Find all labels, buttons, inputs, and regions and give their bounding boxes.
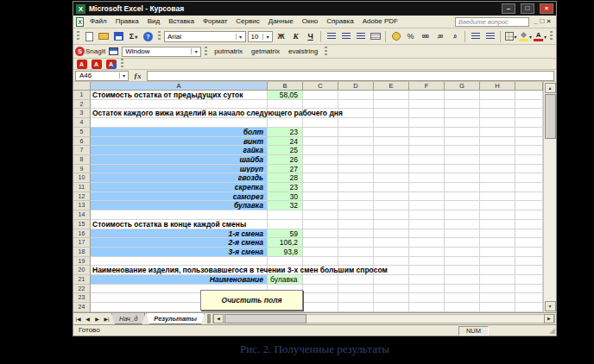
cell-H23[interactable] <box>480 293 515 303</box>
row-header-15[interactable]: 15 <box>73 220 91 229</box>
cell-E16[interactable] <box>374 229 409 239</box>
cell-D5[interactable] <box>338 128 374 137</box>
row-header-11[interactable]: 11 <box>73 183 91 192</box>
cell-partial-5[interactable] <box>515 128 543 137</box>
cell-F12[interactable] <box>409 192 445 202</box>
cell-A10[interactable]: гвоздь <box>91 173 268 183</box>
decrease-indent-button[interactable] <box>469 30 482 43</box>
cell-B14[interactable] <box>268 210 303 220</box>
cell-D17[interactable] <box>338 238 374 248</box>
cell-partial-9[interactable] <box>515 165 543 174</box>
cell-A14[interactable] <box>91 210 268 220</box>
menu-item-7[interactable]: Данные <box>264 16 298 28</box>
cell-D24[interactable] <box>338 303 374 312</box>
cell-C12[interactable] <box>303 192 338 202</box>
row-header-8[interactable]: 8 <box>73 155 91 165</box>
cell-G21[interactable] <box>445 275 480 285</box>
menu-item-3[interactable]: Вид <box>143 16 164 28</box>
cell-C15[interactable] <box>303 220 338 229</box>
cell-G2[interactable] <box>445 100 480 110</box>
cell-A4[interactable] <box>91 118 268 128</box>
cell-E6[interactable] <box>374 137 409 147</box>
window-combo[interactable]: Window▾ <box>122 47 201 57</box>
cell-H16[interactable] <box>480 229 515 239</box>
cell-H3[interactable] <box>480 109 515 118</box>
question-box[interactable]: Введите вопрос <box>455 17 529 27</box>
cell-A12[interactable]: саморез <box>91 192 268 202</box>
clear-fields-button[interactable]: Очистить поля <box>200 290 303 311</box>
menu-item-5[interactable]: Формат <box>199 16 231 28</box>
cell-F24[interactable] <box>409 303 445 312</box>
cell-E17[interactable] <box>374 238 409 248</box>
cell-C21[interactable] <box>303 275 338 285</box>
cell-F20[interactable] <box>409 266 445 275</box>
cell-B11[interactable]: 23 <box>268 183 303 192</box>
cell-partial-10[interactable] <box>515 173 543 183</box>
toolbar-options-handle[interactable] <box>550 31 553 41</box>
macro-button-evalstring[interactable]: evalstring <box>285 47 321 55</box>
cell-F19[interactable] <box>409 257 445 267</box>
cell-partial-20[interactable] <box>515 266 543 275</box>
cell-F15[interactable] <box>409 220 445 229</box>
cell-B4[interactable] <box>268 118 303 128</box>
cell-E7[interactable] <box>374 146 409 155</box>
cell-D22[interactable] <box>338 285 374 294</box>
cell-C24[interactable] <box>303 303 338 312</box>
resize-grip-icon[interactable]: ◢ <box>549 325 555 336</box>
cell-H14[interactable] <box>480 210 515 220</box>
cell-A11[interactable]: скрепка <box>91 183 268 192</box>
cell-F5[interactable] <box>409 128 445 137</box>
cell-D14[interactable] <box>338 210 374 220</box>
cell-partial-6[interactable] <box>515 137 543 147</box>
cell-B2[interactable] <box>268 100 303 110</box>
cell-A1[interactable]: Стоимость остатка от предыдущих суток <box>91 91 268 100</box>
cell-G14[interactable] <box>445 210 480 220</box>
cell-H21[interactable] <box>480 275 515 285</box>
menu-item-1[interactable]: Файл <box>85 16 111 28</box>
cell-D21[interactable] <box>338 275 374 285</box>
cell-G6[interactable] <box>445 137 480 147</box>
cell-A20[interactable]: Наименование изделия, пользовавшегося в … <box>91 266 268 275</box>
row-header-22[interactable]: 22 <box>73 285 91 294</box>
cell-F4[interactable] <box>409 118 445 128</box>
cell-A17[interactable]: 2-я смена <box>91 238 268 248</box>
cell-A6[interactable]: винт <box>91 137 268 147</box>
cell-C2[interactable] <box>303 100 338 110</box>
underline-button[interactable]: Ч <box>304 30 317 43</box>
column-header-D[interactable]: D <box>338 82 374 91</box>
cell-A9[interactable]: шуруп <box>91 165 268 174</box>
convert-to-pdf-button[interactable]: A <box>75 59 88 69</box>
cell-B18[interactable]: 93,8 <box>268 248 303 257</box>
cell-E11[interactable] <box>374 183 409 192</box>
cell-G16[interactable] <box>445 229 480 239</box>
cell-C8[interactable] <box>303 155 338 165</box>
cell-partial-21[interactable] <box>515 275 543 285</box>
currency-button[interactable] <box>389 30 402 43</box>
cell-H6[interactable] <box>480 137 515 147</box>
row-header-1[interactable]: 1 <box>73 91 91 100</box>
cell-C22[interactable] <box>303 285 338 294</box>
vertical-scrollbar[interactable]: ▲ ▼ <box>543 82 556 312</box>
last-sheet-icon[interactable]: ▶| <box>102 316 111 322</box>
cell-B15[interactable] <box>268 220 303 229</box>
autosum-button[interactable]: Σ▾ <box>127 30 140 43</box>
cell-G11[interactable] <box>445 183 480 192</box>
previous-sheet-icon[interactable]: ◀ <box>83 316 92 322</box>
cell-F17[interactable] <box>409 238 445 248</box>
cell-E24[interactable] <box>374 303 409 312</box>
sheet-tab-Нач_д[interactable]: Нач_д <box>111 313 145 324</box>
cell-G12[interactable] <box>445 192 480 202</box>
cell-E10[interactable] <box>374 173 409 183</box>
cell-G9[interactable] <box>445 165 480 174</box>
menu-item-4[interactable]: Вставка <box>164 16 199 28</box>
cell-G4[interactable] <box>445 118 480 128</box>
cell-partial-15[interactable] <box>515 220 543 229</box>
cell-partial-22[interactable] <box>515 285 543 294</box>
cell-B16[interactable]: 59 <box>268 229 303 239</box>
cell-partial-24[interactable] <box>515 303 543 312</box>
cell-B12[interactable]: 30 <box>268 192 303 202</box>
cell-E13[interactable] <box>374 201 409 210</box>
cell-partial-23[interactable] <box>515 293 543 303</box>
cell-G5[interactable] <box>445 128 480 137</box>
cell-G17[interactable] <box>445 238 480 248</box>
